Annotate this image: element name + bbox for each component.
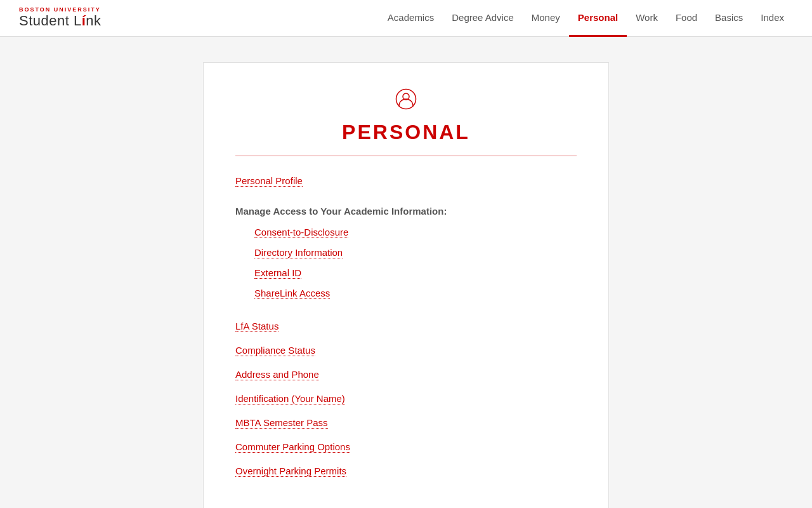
main-content: PERSONAL Personal Profile Manage Access … — [0, 37, 812, 508]
address-phone-link[interactable]: Address and Phone — [235, 369, 319, 380]
nav-degree-advice[interactable]: Degree Advice — [443, 0, 523, 37]
site-header: BOSTON UNIVERSITY Student Línk Academics… — [0, 0, 812, 37]
sub-links-container: Consent-to-Disclosure Directory Informat… — [235, 227, 577, 308]
nav-academics[interactable]: Academics — [379, 0, 443, 37]
nav-food[interactable]: Food — [667, 0, 706, 37]
nav-money[interactable]: Money — [523, 0, 569, 37]
content-card: PERSONAL Personal Profile Manage Access … — [203, 62, 609, 508]
personal-profile-link[interactable]: Personal Profile — [235, 175, 303, 187]
title-divider — [235, 156, 577, 156]
nav-index[interactable]: Index — [752, 0, 793, 37]
nav-personal[interactable]: Personal — [569, 0, 627, 37]
compliance-status-link[interactable]: Compliance Status — [235, 345, 315, 356]
nav-basics[interactable]: Basics — [706, 0, 752, 37]
studentlink-text: Student Línk — [19, 13, 102, 29]
logo-accent: í — [82, 13, 86, 29]
lfa-status-link[interactable]: LfA Status — [235, 321, 278, 332]
consent-disclosure-link[interactable]: Consent-to-Disclosure — [254, 227, 348, 238]
site-logo[interactable]: BOSTON UNIVERSITY Student Línk — [19, 7, 102, 29]
identification-link[interactable]: Identification (Your Name) — [235, 393, 345, 404]
mbta-semester-pass-link[interactable]: MBTA Semester Pass — [235, 417, 328, 429]
page-title: PERSONAL — [235, 121, 577, 144]
nav-work[interactable]: Work — [627, 0, 667, 37]
page-icon — [235, 88, 577, 114]
directory-information-link[interactable]: Directory Information — [254, 247, 343, 258]
external-id-link[interactable]: External ID — [254, 267, 301, 279]
main-nav: Academics Degree Advice Money Personal W… — [379, 0, 793, 37]
sharelink-access-link[interactable]: ShareLink Access — [254, 288, 330, 299]
commuter-parking-link[interactable]: Commuter Parking Options — [235, 441, 350, 453]
main-links-container: LfA Status Compliance Status Address and… — [235, 321, 577, 490]
overnight-parking-link[interactable]: Overnight Parking Permits — [235, 465, 346, 477]
manage-heading: Manage Access to Your Academic Informati… — [235, 206, 577, 217]
